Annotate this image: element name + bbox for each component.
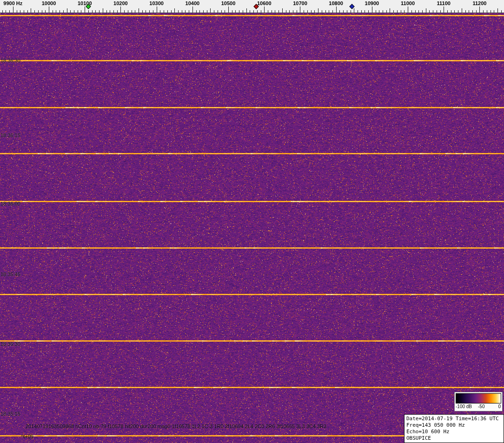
colorbar-min-label: -100 dB (456, 404, 472, 409)
frequency-ruler[interactable]: 9900 Hz100001010010200103001040010500106… (0, 0, 504, 13)
time-axis-label: 18:35:45 (0, 271, 20, 277)
frequency-ruler-ticks (0, 0, 504, 13)
ruler-frequency-label: 10000 (42, 0, 56, 6)
ruler-frequency-label: 10800 (329, 0, 343, 6)
time-axis-label: 18:36:00 (0, 201, 20, 206)
colorbar-mid-label: -50 (478, 404, 484, 409)
ruler-frequency-label: 10600 (257, 0, 272, 6)
ruler-frequency-label: 10400 (186, 0, 200, 6)
colorbar-max-label: 0 (498, 404, 501, 409)
waterfall-spectrogram[interactable] (0, 13, 504, 443)
time-axis-label: 18:36:30 (0, 58, 20, 63)
info-line-echo: Echo=10 600 Hz (406, 429, 502, 435)
ruler-frequency-label: 10200 (113, 0, 128, 6)
ruler-frequency-label: 10700 (293, 0, 307, 6)
info-line-date-time: Date=2014-07-19 Time=16:36 UTC (406, 416, 502, 422)
time-axis-label: 18:35:15 (0, 411, 20, 417)
ruler-frequency-label: 11200 (472, 0, 486, 6)
ruler-frequency-label: 9900 Hz (3, 0, 22, 6)
ruler-frequency-label: 10900 (365, 0, 379, 6)
ruler-frequency-label: 10500 (221, 0, 236, 6)
ruler-frequency-label: 11100 (437, 0, 451, 6)
colorbar-scale-labels: -100 dB -50 0 (455, 404, 502, 410)
ruler-frequency-label: 11000 (401, 0, 415, 6)
ruler-frequency-label: 10300 (149, 0, 164, 6)
amplitude-colorbar: -100 dB -50 0 (454, 392, 503, 411)
colorbar-gradient[interactable] (456, 393, 501, 403)
info-line-station: OBSUPICE (406, 435, 502, 442)
time-axis-label: 18:35:30 (0, 341, 20, 347)
detection-log-text: 20140719163509868 hCnt10 nb-79 f10578 hi… (26, 423, 326, 429)
observation-info-box: Date=2014-07-19 Time=16:36 UTC Freq=143 … (404, 414, 504, 443)
time-axis-label: 18:36:15 (0, 132, 20, 138)
meteor-spectrogram-window: 9900 Hz100001010010200103001040010500106… (0, 0, 504, 443)
info-line-frequency: Freq=143 050 000 Hz (406, 422, 502, 429)
cursor-readout-text: ^t+09 (21, 434, 33, 439)
